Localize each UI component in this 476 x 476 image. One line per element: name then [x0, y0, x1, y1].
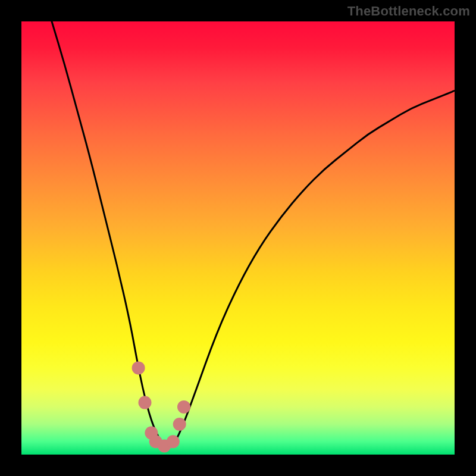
curve-svg: [21, 21, 455, 455]
curve-marker: [167, 435, 180, 448]
chart-frame: TheBottleneck.com: [0, 0, 476, 476]
curve-marker: [139, 396, 152, 409]
watermark-label: TheBottleneck.com: [347, 4, 470, 19]
curve-marker: [132, 361, 145, 374]
curve-marker: [173, 418, 186, 431]
bottleneck-curve: [52, 21, 455, 446]
curve-marker: [177, 400, 190, 414]
plot-area: [21, 21, 455, 455]
